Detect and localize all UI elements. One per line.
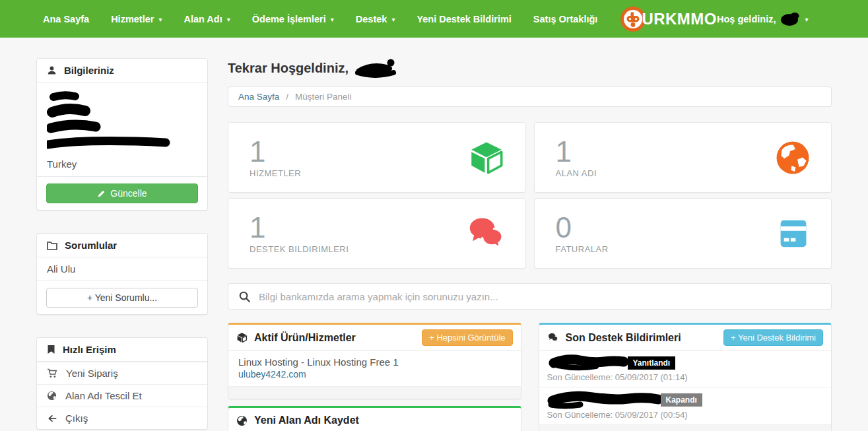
welcome-text: Hoş geldiniz, bbox=[717, 14, 776, 24]
breadcrumb: Ana Sayfa / Müşteri Paneli bbox=[228, 86, 832, 107]
domain-panel-title-wrap: Yeni Alan Adı Kaydet bbox=[236, 414, 359, 426]
main-content: Tekrar Hoşgeldiniz, Ana Sayfa / Müşteri … bbox=[228, 58, 832, 431]
user-icon bbox=[47, 65, 57, 75]
welcome-heading: Tekrar Hoşgeldiniz, bbox=[228, 61, 349, 76]
view-all-products-button[interactable]: + Hepsini Görüntüle bbox=[422, 329, 512, 346]
client-country: Turkey bbox=[47, 158, 197, 170]
update-button-label: Güncelle bbox=[110, 188, 147, 199]
info-panel-body: Turkey bbox=[37, 83, 207, 176]
product-domain-link[interactable]: ulubey4242.com bbox=[238, 369, 306, 380]
quick-access-panel: Hızlı Erişim Yeni Sipariş Alan Adı Tesci… bbox=[36, 337, 208, 430]
new-ticket-label: + Yeni Destek Bildirimi bbox=[731, 333, 816, 343]
panels-area: Aktif Ürün/Hizmetler + Hepsini Görüntüle… bbox=[228, 323, 832, 431]
folder-icon bbox=[47, 241, 57, 250]
nav-item-alan-adi[interactable]: Alan Adı▾ bbox=[184, 14, 230, 24]
stat-info: 1 HIZMETLER bbox=[250, 137, 301, 178]
chevron-down-icon: ▾ bbox=[805, 17, 808, 23]
quick-item-label: Yeni Sipariş bbox=[66, 368, 118, 379]
credit-card-icon bbox=[776, 216, 811, 251]
chevron-down-icon: ▾ bbox=[391, 17, 395, 23]
cube-icon bbox=[236, 332, 248, 343]
stat-value: 0 bbox=[556, 213, 609, 243]
tickets-panel-title-wrap: Son Destek Bildirimleri bbox=[547, 332, 681, 344]
nav-item-hizmetler[interactable]: Hizmetler▾ bbox=[111, 14, 162, 24]
nav-label: Hizmetler bbox=[111, 14, 154, 24]
cart-icon bbox=[47, 368, 57, 378]
quick-item-alan-adi-tescil[interactable]: Alan Adı Tescil Et bbox=[37, 384, 207, 407]
nav-item-destek[interactable]: Destek▾ bbox=[356, 14, 395, 24]
stat-label: HIZMETLER bbox=[250, 168, 301, 178]
new-ticket-button[interactable]: + Yeni Destek Bildirimi bbox=[723, 329, 823, 346]
redacted-ticket-subject bbox=[547, 354, 632, 372]
redacted-username bbox=[780, 12, 800, 26]
products-panel-header: Aktif Ürün/Hizmetler + Hepsini Görüntüle bbox=[228, 325, 521, 351]
panel-footer-strip bbox=[539, 425, 832, 431]
stat-info: 1 DESTEK BILDIRIMLERI bbox=[250, 213, 349, 254]
stat-value: 1 bbox=[250, 137, 301, 167]
register-domain-panel: Yeni Alan Adı Kaydet bbox=[228, 406, 521, 431]
search-icon bbox=[239, 291, 250, 302]
ticket-updated: Son Güncelleme: 05/09/2017 (01:14) bbox=[547, 372, 824, 382]
product-name: Linux Hosting - Linux Hosting Free 1 bbox=[238, 356, 511, 368]
active-products-panel: Aktif Ürün/Hizmetler + Hepsini Görüntüle… bbox=[228, 323, 521, 399]
stats-grid: 1 HIZMETLER 1 ALAN ADI bbox=[228, 122, 832, 269]
brand-text: URKMMO bbox=[642, 10, 717, 28]
globe-icon bbox=[774, 139, 811, 176]
bookmark-icon bbox=[47, 345, 55, 354]
quick-access-title: Hızlı Erişim bbox=[63, 344, 116, 355]
ticket-row[interactable]: Kapandı Son Güncelleme: 05/09/2017 (00:5… bbox=[539, 387, 832, 425]
chevron-down-icon: ▾ bbox=[227, 17, 230, 23]
domain-panel-title: Yeni Alan Adı Kaydet bbox=[254, 414, 359, 426]
stat-card-faturalar[interactable]: 0 FATURALAR bbox=[534, 198, 832, 269]
quick-item-label: Çıkış bbox=[65, 413, 88, 424]
nav-item-odeme-islemleri[interactable]: Ödeme İşlemleri▾ bbox=[252, 14, 334, 24]
ticket-subject-line: Kapandı bbox=[547, 391, 824, 409]
nav-label: Yeni Destek Bildirimi bbox=[417, 14, 511, 24]
quick-item-yeni-siparis[interactable]: Yeni Sipariş bbox=[37, 362, 207, 384]
ticket-status-badge: Yanıtlandı bbox=[628, 356, 676, 370]
contact-name: Ali Ulu bbox=[37, 257, 207, 281]
comments-icon bbox=[467, 216, 506, 251]
pencil-icon bbox=[97, 189, 106, 198]
nav-item-yeni-destek-bildirimi[interactable]: Yeni Destek Bildirimi bbox=[417, 14, 511, 24]
kb-search-input[interactable] bbox=[259, 291, 820, 302]
stat-value: 1 bbox=[556, 137, 597, 167]
ticket-subject-line: Yanıtlandı bbox=[547, 354, 824, 372]
add-contact-label: + Yeni Sorumlu... bbox=[87, 292, 157, 303]
breadcrumb-current: Müşteri Paneli bbox=[295, 92, 352, 102]
quick-item-cikis[interactable]: Çıkış bbox=[37, 407, 207, 429]
quick-access-header: Hızlı Erişim bbox=[37, 338, 207, 362]
stat-label: FATURALAR bbox=[556, 244, 609, 254]
recent-tickets-panel: Son Destek Bildirimleri + Yeni Destek Bi… bbox=[539, 323, 832, 431]
cube-icon bbox=[467, 139, 506, 176]
globe-icon bbox=[236, 415, 248, 426]
info-panel-header: Bilgileriniz bbox=[37, 59, 207, 83]
tickets-panel-title: Son Destek Bildirimleri bbox=[566, 332, 681, 344]
domain-panel-header: Yeni Alan Adı Kaydet bbox=[228, 408, 521, 431]
breadcrumb-home[interactable]: Ana Sayfa bbox=[238, 92, 279, 102]
nav-item-ana-sayfa[interactable]: Ana Sayfa bbox=[43, 14, 89, 24]
ticket-updated: Son Güncelleme: 05/09/2017 (00:54) bbox=[547, 410, 824, 420]
redacted-username-heading bbox=[351, 58, 401, 78]
nav-item-satis-ortakligi[interactable]: Satış Ortaklığı bbox=[533, 14, 598, 24]
tickets-panel-header: Son Destek Bildirimleri + Yeni Destek Bi… bbox=[539, 325, 832, 351]
stat-card-alan-adi[interactable]: 1 ALAN ADI bbox=[534, 122, 832, 193]
user-menu[interactable]: Hoş geldiniz, ▾ bbox=[717, 12, 808, 26]
redacted-ticket-subject bbox=[547, 391, 665, 409]
info-panel-title: Bilgileriniz bbox=[64, 65, 114, 76]
stat-card-destek-bildirimleri[interactable]: 1 DESTEK BILDIRIMLERI bbox=[228, 198, 526, 269]
comments-icon bbox=[547, 333, 559, 343]
add-contact-button[interactable]: + Yeni Sorumlu... bbox=[46, 288, 198, 308]
top-navbar: Ana Sayfa Hizmetler▾ Alan Adı▾ Ödeme İşl… bbox=[0, 0, 868, 38]
nav-label: Satış Ortaklığı bbox=[533, 14, 598, 24]
update-details-button[interactable]: Güncelle bbox=[46, 183, 198, 203]
ticket-row[interactable]: Yanıtlandı Son Güncelleme: 05/09/2017 (0… bbox=[539, 351, 832, 387]
ticket-status-badge: Kapandı bbox=[661, 393, 702, 407]
stat-card-hizmetler[interactable]: 1 HIZMETLER bbox=[228, 122, 526, 193]
brand-logo[interactable]: URKMMO bbox=[620, 7, 717, 32]
panels-left-column: Aktif Ürün/Hizmetler + Hepsini Görüntüle… bbox=[228, 323, 521, 431]
nav-label: Ödeme İşlemleri bbox=[252, 14, 326, 24]
nav-label: Ana Sayfa bbox=[43, 14, 89, 24]
stat-info: 0 FATURALAR bbox=[556, 213, 609, 254]
view-all-label: + Hepsini Görüntüle bbox=[429, 333, 505, 343]
